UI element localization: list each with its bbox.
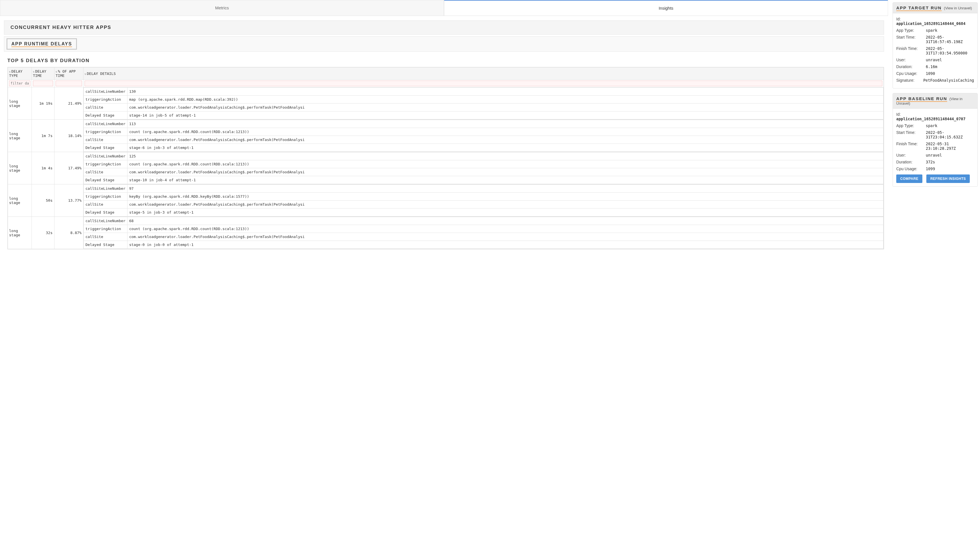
info-value: spark (926, 28, 974, 33)
app-runtime-delays-link[interactable]: APP RUNTIME DELAYS (7, 38, 77, 50)
detail-key: Delayed Stage (84, 241, 127, 249)
sort-icon: ⇅ (56, 70, 57, 73)
detail-key: callSite (84, 168, 127, 176)
col-delay-time[interactable]: ⇅DELAY TIME (32, 68, 55, 80)
sort-icon: ⇅ (85, 72, 86, 75)
info-value: 2022-05-31T16:57:45.198Z (926, 35, 974, 44)
info-row: User:unravel (896, 153, 974, 157)
delay-time-cell: 32s (32, 217, 55, 249)
detail-key: callSite (84, 200, 127, 208)
detail-value: com.workloadgenerator.loader.PetFoodAnal… (127, 103, 883, 112)
delay-time-cell: 50s (32, 184, 55, 217)
delay-pct-cell: 17.49% (55, 152, 83, 184)
info-key: Finish Time: (896, 46, 923, 55)
detail-value: 130 (127, 88, 883, 96)
info-row: App Type:spark (896, 28, 974, 33)
detail-value: com.workloadgenerator.loader.PetFoodAnal… (127, 200, 883, 208)
info-value: spark (926, 123, 974, 128)
refresh-insights-button[interactable]: REFRESH INSIGHTS (927, 175, 970, 183)
app-baseline-run-title: APP BASELINE RUN (896, 96, 947, 101)
delay-type-cell: long stage (8, 120, 32, 152)
delay-details-cell: callSiteLineNumber113triggeringActioncou… (83, 120, 884, 152)
info-key: Cpu Usage: (896, 167, 923, 171)
info-row: Signature:PetFoodAnalysisCaching (896, 78, 974, 83)
info-key: App Type: (896, 123, 923, 128)
info-value: 372s (926, 160, 974, 164)
filter-delay-type[interactable] (9, 80, 30, 86)
detail-key: Delayed Stage (84, 208, 127, 217)
delay-type-cell: long stage (8, 152, 32, 184)
delay-type-cell: long stage (8, 87, 32, 120)
info-row: Duration:372s (896, 160, 974, 164)
app-target-run-panel: APP TARGET RUN (View in Unravel) Id: app… (893, 2, 978, 88)
heavy-hitter-title: CONCURRENT HEAVY HITTER APPS (10, 25, 878, 30)
delay-time-cell: 1m 7s (32, 120, 55, 152)
detail-value: keyBy (org.apache.spark.rdd.RDD.keyBy(RD… (127, 193, 883, 200)
info-value: unravel (926, 153, 974, 157)
info-value: 2022-05-31 23:10:28.297Z (926, 142, 974, 151)
col-delay-type[interactable]: ⇅DELAY TYPE (8, 68, 32, 80)
tab-metrics[interactable]: Metrics (0, 0, 444, 16)
detail-key: callSiteLineNumber (84, 120, 127, 128)
compare-button[interactable]: COMPARE (896, 175, 922, 183)
runtime-delays-row: APP RUNTIME DELAYS (4, 36, 884, 52)
heavy-hitter-header: CONCURRENT HEAVY HITTER APPS (4, 20, 884, 35)
table-row: long stage1m 4s17.49%callSiteLineNumber1… (8, 152, 884, 184)
col-pct-app-time[interactable]: ⇅% OF APP TIME (55, 68, 83, 80)
detail-value: com.workloadgenerator.loader.PetFoodAnal… (127, 168, 883, 176)
info-row: Start Time:2022-05-31T16:57:45.198Z (896, 35, 974, 44)
delay-time-cell: 1m 4s (32, 152, 55, 184)
tabs: Metrics Insights (0, 0, 888, 16)
delay-details-cell: callSiteLineNumber130triggeringActionmap… (83, 87, 884, 120)
detail-value: stage-14 in job-5 of attempt-1 (127, 112, 883, 120)
info-key: User: (896, 58, 923, 62)
info-key: Signature: (896, 78, 921, 83)
filter-delay-time[interactable] (33, 80, 53, 86)
sort-icon: ⇅ (9, 70, 11, 73)
info-value: 1099 (926, 167, 974, 171)
info-row: Start Time:2022-05-31T23:04:15.632Z (896, 130, 974, 139)
detail-value: com.workloadgenerator.loader.PetFoodAnal… (127, 233, 883, 241)
detail-value: stage-5 in job-3 of attempt-1 (127, 208, 883, 217)
col-delay-details[interactable]: ⇅DELAY DETAILS (83, 68, 884, 80)
info-value: 6.16m (926, 64, 974, 69)
detail-key: callSite (84, 233, 127, 241)
table-row: long stage1m 7s18.14%callSiteLineNumber1… (8, 120, 884, 152)
detail-key: callSite (84, 136, 127, 144)
info-value: 1090 (926, 71, 974, 76)
info-row: Cpu Usage:1099 (896, 167, 974, 171)
detail-key: triggeringAction (84, 193, 127, 200)
info-row: App Type:spark (896, 123, 974, 128)
detail-key: callSiteLineNumber (84, 185, 127, 193)
filter-pct[interactable] (56, 80, 82, 86)
info-value: 2022-05-31T23:04:15.632Z (926, 130, 974, 139)
sort-icon: ⇅ (33, 70, 35, 73)
detail-value: stage-10 in job-4 of attempt-1 (127, 176, 883, 184)
detail-key: triggeringAction (84, 225, 127, 233)
target-id-value: application_1652891148444_0684 (896, 21, 965, 26)
detail-key: Delayed Stage (84, 144, 127, 152)
view-in-unravel-link[interactable]: (View in Unravel) (944, 6, 972, 10)
info-key: Duration: (896, 64, 923, 69)
delay-pct-cell: 18.14% (55, 120, 83, 152)
detail-value: stage-0 in job-0 of attempt-1 (127, 241, 883, 249)
tab-insights[interactable]: Insights (444, 0, 888, 16)
info-key: App Type: (896, 28, 923, 33)
detail-value: 113 (127, 120, 883, 128)
detail-key: Delayed Stage (84, 176, 127, 184)
detail-value: 97 (127, 185, 883, 193)
target-id-label: Id: (896, 17, 974, 21)
info-key: User: (896, 153, 923, 157)
baseline-id-label: Id: (896, 112, 974, 117)
detail-value: stage-6 in job-3 of attempt-1 (127, 144, 883, 152)
detail-value: count (org.apache.spark.rdd.RDD.count(RD… (127, 225, 883, 233)
filter-details[interactable] (85, 80, 882, 86)
detail-key: callSiteLineNumber (84, 217, 127, 225)
info-key: Start Time: (896, 130, 923, 139)
detail-value: map (org.apache.spark.rdd.RDD.map(RDD.sc… (127, 96, 883, 103)
detail-key: callSiteLineNumber (84, 152, 127, 160)
delay-pct-cell: 13.77% (55, 184, 83, 217)
app-baseline-run-panel: APP BASELINE RUN (View in Unravel) Id: a… (893, 93, 978, 187)
detail-key: callSite (84, 103, 127, 112)
baseline-id-value: application_1652891148444_0707 (896, 117, 965, 121)
